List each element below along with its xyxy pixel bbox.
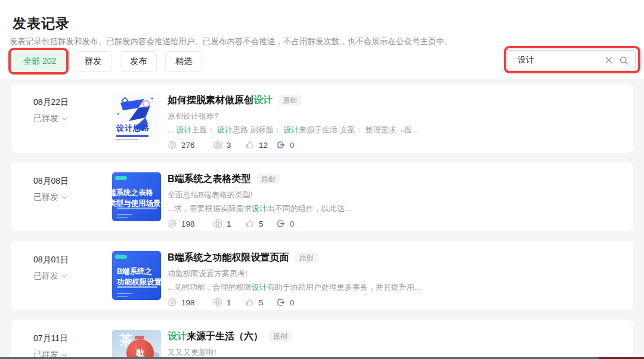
thumbnail-sun-circle: 歇 (126, 339, 154, 359)
likes-stat: 5 (245, 298, 276, 307)
publish-date: 08月22日 (33, 97, 69, 108)
thumbnail-tag-pill (115, 255, 127, 259)
views-stat: 198 (168, 298, 213, 307)
thumbnail-text-lines: 端系统之表格类型与使用场景 (112, 187, 161, 209)
wow-count: 1 (227, 219, 231, 228)
text-segment: 出不同的组件，以此达... (267, 204, 351, 213)
thumbnail-bar (116, 135, 148, 137)
share-icon (276, 140, 286, 150)
thumbnail-text-lines: B端系统之功能权限设置页 (117, 266, 161, 287)
article-stats: 276 3 (168, 140, 619, 150)
search-term-highlight: 设计 (252, 204, 267, 213)
filter-tab[interactable]: 发布 (120, 51, 157, 72)
shares-count: 0 (290, 219, 295, 228)
views-count: 198 (181, 298, 195, 307)
publish-records-list: 08月22日 已群发 设计思路 如何摆脱素材做原创设计 原创 原创设计很难? .… (0, 79, 644, 359)
original-badge: 原创 (269, 331, 292, 342)
thumbnail-footer-bar (117, 214, 132, 216)
page-subtitle: 发表记录包括群发和发布。已群发内容会推送给用户。已发布内容不会推送，不占用群发次… (10, 36, 453, 47)
date-column: 08月01日 已群发 (33, 255, 69, 281)
thumbnail-title-text: 设计思路 (116, 123, 150, 134)
status-label: 已群发 (33, 192, 58, 203)
search-term-highlight: 设计 (176, 125, 191, 134)
search-term-highlight: 设计 (253, 95, 273, 105)
date-column: 08月22日 已群发 (33, 97, 69, 124)
status-label: 已群发 (33, 271, 58, 281)
thumbnail-text-line: 端系统之表格 (112, 187, 161, 198)
date-column: 07月11日 已群发 (33, 333, 68, 359)
article-stats: 198 1 (168, 219, 619, 228)
search-term-highlight: 设计 (168, 331, 187, 341)
wow-stat: 3 (213, 140, 245, 150)
shares-stat: 0 (276, 140, 295, 150)
thumbnail-caption-bar (117, 208, 157, 209)
article-card: 08月08日 已群发 端系统之表格类型与使用场景 B端系统之表格类型 原创 全面… (11, 162, 633, 231)
text-segment: ...求，需要根据实际需求 (168, 204, 252, 213)
search-icon[interactable] (620, 56, 628, 65)
article-subtitle: 又又又更新啦! (168, 348, 619, 357)
share-icon (276, 219, 286, 228)
views-count: 198 (181, 219, 195, 228)
filter-tab-label: 群发 (85, 56, 101, 67)
thumbnail-footer-bar (117, 296, 128, 298)
article-content: 如何摆脱素材做原创设计 原创 原创设计很难? ... 设计主题： 设计思路 副标… (168, 94, 619, 150)
search-term-highlight: 设计 (252, 283, 267, 292)
publish-records-page: 发表记录 发表记录包括群发和发布。已群发内容会推送给用户。已发布内容不会推送，不… (0, 0, 644, 359)
thumbnail-subbar (116, 139, 138, 140)
filter-tab[interactable]: 群发 (75, 51, 112, 72)
thumbnail-text-line: B端系统之 (117, 266, 161, 277)
original-badge: 原创 (278, 95, 301, 106)
article-summary: ...见的功能，合理的权限设计有助于协助用户处理更多事务，并且提升用... (168, 283, 619, 292)
article-thumbnail[interactable]: B端系统之功能权限设置页 (112, 251, 161, 300)
article-subtitle: 功能权限设置方案思考! (168, 269, 619, 278)
original-badge: 原创 (257, 174, 280, 184)
text-segment: 有助于协助用户处理更多事务，并且提升用... (267, 283, 421, 292)
article-card: 07月11日 已群发 茶 歇 设计来源于生活（六） 原创 又又又更新啦! (11, 320, 633, 359)
article-card: 08月01日 已群发 B端系统之功能权限设置页 B端系统之功能权限设置页面 原创… (11, 241, 633, 310)
text-segment: 思路 副标题： (233, 125, 283, 134)
chevron-down-icon (61, 353, 67, 357)
filter-tabs: 全部 202群发发布精选 (13, 51, 202, 72)
likes-count: 5 (259, 298, 264, 307)
chevron-down-icon (61, 117, 67, 121)
status-dropdown[interactable]: 已群发 (33, 271, 69, 281)
article-title[interactable]: 如何摆脱素材做原创设计 (168, 94, 273, 107)
search-term-highlight: 设计 (217, 125, 233, 134)
status-dropdown[interactable]: 已群发 (33, 192, 69, 203)
article-content: B端系统之功能权限设置页面 原创 功能权限设置方案思考! ...见的功能，合理的… (168, 251, 619, 307)
article-thumbnail[interactable]: 茶 歇 (112, 330, 161, 359)
article-title[interactable]: B端系统之功能权限设置页面 (168, 251, 289, 264)
article-subtitle: 全面总结B端表格的类型! (168, 190, 619, 199)
article-content: B端系统之表格类型 原创 全面总结B端表格的类型! ...求，需要根据实际需求设… (168, 172, 619, 228)
views-stat: 198 (168, 219, 213, 228)
article-card: 08月22日 已群发 设计思路 如何摆脱素材做原创设计 原创 原创设计很难? .… (11, 83, 633, 153)
shares-stat: 0 (276, 298, 295, 307)
article-thumbnail[interactable]: 设计思路 (112, 94, 161, 143)
publish-date: 08月01日 (33, 255, 69, 265)
article-title[interactable]: B端系统之表格类型 (168, 172, 251, 185)
wow-stat: 1 (213, 219, 245, 228)
filter-tab[interactable]: 精选 (165, 51, 202, 72)
likes-count: 12 (259, 141, 268, 150)
filter-tab[interactable]: 全部 202 (13, 51, 66, 72)
views-stat: 276 (168, 140, 213, 150)
publish-date: 07月11日 (33, 333, 68, 344)
text-segment: ...见的功能，合理的权限 (168, 283, 252, 292)
search-input[interactable] (508, 55, 605, 65)
likes-icon (245, 298, 255, 307)
shares-count: 0 (290, 141, 295, 150)
filter-tab-label: 发布 (130, 56, 147, 67)
status-dropdown[interactable]: 已群发 (33, 113, 69, 124)
text-segment: 来源于生活（六） (187, 331, 263, 341)
wow-icon (213, 140, 222, 150)
share-icon (276, 298, 286, 307)
search-box[interactable] (507, 50, 636, 70)
text-segment: 主题： (191, 125, 217, 134)
chevron-down-icon (61, 196, 67, 200)
article-subtitle: 原创设计很难? (168, 112, 619, 120)
clear-search-icon[interactable] (605, 56, 613, 64)
article-stats: 198 1 (168, 298, 619, 307)
article-title[interactable]: 设计来源于生活（六） (168, 330, 263, 343)
date-column: 08月08日 已群发 (33, 176, 69, 203)
article-thumbnail[interactable]: 端系统之表格类型与使用场景 (112, 172, 161, 221)
